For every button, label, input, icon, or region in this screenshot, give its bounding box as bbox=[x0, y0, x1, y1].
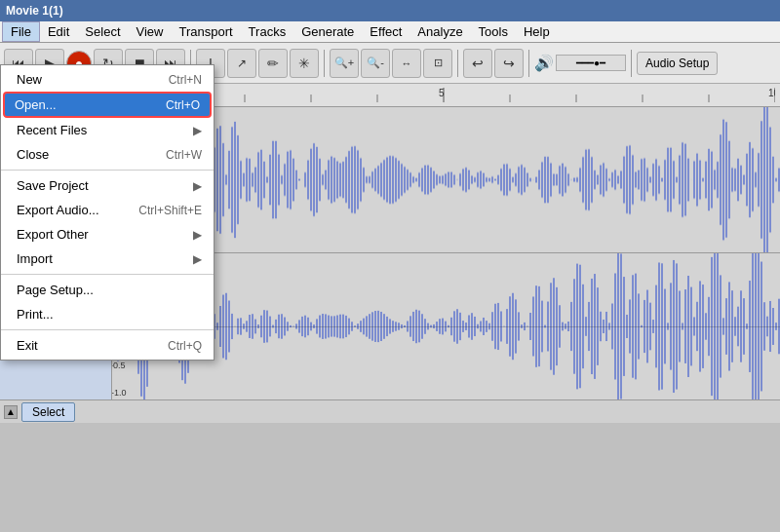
menu-exit-label: Exit bbox=[17, 338, 38, 353]
menu-new-shortcut: Ctrl+N bbox=[169, 73, 202, 87]
chevron-right-icon-4: ▶ bbox=[193, 252, 202, 266]
menu-import[interactable]: Import ▶ bbox=[1, 247, 214, 271]
menu-new-label: New bbox=[17, 72, 42, 87]
menu-open-shortcut: Ctrl+O bbox=[166, 98, 200, 112]
svg-text:5: 5 bbox=[439, 88, 445, 98]
menu-tools[interactable]: Tools bbox=[471, 21, 516, 42]
scale-minus-0.5: -0.5 bbox=[112, 361, 126, 370]
bottom-bar: ▲ Select bbox=[0, 399, 780, 423]
menu-edit[interactable]: Edit bbox=[40, 21, 77, 42]
zoom-reset-btn[interactable]: ⊡ bbox=[423, 49, 452, 78]
menu-page-setup-label: Page Setup... bbox=[17, 283, 94, 297]
menu-export-other[interactable]: Export Other ▶ bbox=[1, 222, 214, 247]
undo-controls: ↩ ↪ bbox=[463, 49, 524, 78]
menu-save-label: Save Project bbox=[17, 178, 89, 193]
menu-close-shortcut: Ctrl+W bbox=[166, 148, 202, 162]
center-line bbox=[141, 326, 780, 327]
select-button[interactable]: Select bbox=[21, 402, 75, 422]
draw-tool[interactable]: ✏ bbox=[258, 49, 288, 78]
file-dropdown: New Ctrl+N Open... Ctrl+O Recent Files ▶… bbox=[0, 64, 214, 361]
volume-group: 🔊 ━━━●━ bbox=[534, 54, 626, 72]
scale-minus-1.0: -1.0 bbox=[112, 388, 127, 398]
zoom-tool[interactable]: ✳ bbox=[290, 49, 319, 78]
file-menu: New Ctrl+N Open... Ctrl+O Recent Files ▶… bbox=[0, 64, 214, 361]
chevron-right-icon-2: ▶ bbox=[193, 179, 202, 193]
sep-5 bbox=[631, 50, 632, 77]
menu-exit[interactable]: Exit Ctrl+Q bbox=[1, 333, 214, 358]
zoom-fit-btn[interactable]: ↔ bbox=[392, 49, 421, 78]
zoom-in-btn[interactable]: 🔍+ bbox=[330, 49, 359, 78]
chevron-right-icon: ▶ bbox=[193, 124, 202, 137]
menu-effect[interactable]: Effect bbox=[362, 21, 410, 42]
sep-2 bbox=[324, 50, 325, 77]
menu-export-audio-label: Export Audio... bbox=[17, 203, 99, 217]
menu-tracks[interactable]: Tracks bbox=[241, 21, 294, 42]
redo-btn[interactable]: ↪ bbox=[494, 49, 524, 78]
audio-setup-btn[interactable]: Audio Setup bbox=[637, 52, 718, 75]
volume-slider[interactable]: ━━━●━ bbox=[556, 55, 626, 71]
scroll-left-btn[interactable]: ▲ bbox=[4, 405, 18, 419]
menu-bar: File Edit Select View Transport Tracks G… bbox=[0, 21, 780, 43]
menu-view[interactable]: View bbox=[129, 21, 172, 42]
menu-recent-label: Recent Files bbox=[17, 123, 87, 137]
menu-select[interactable]: Select bbox=[77, 21, 128, 42]
envelope-tool[interactable]: ↗ bbox=[227, 49, 256, 78]
menu-export-other-label: Export Other bbox=[17, 227, 89, 242]
menu-import-label: Import bbox=[17, 251, 53, 266]
menu-save[interactable]: Save Project ▶ bbox=[1, 173, 214, 198]
menu-generate[interactable]: Generate bbox=[293, 21, 362, 42]
menu-new[interactable]: New Ctrl+N bbox=[1, 67, 214, 92]
separator-2 bbox=[1, 274, 214, 275]
svg-text:10: 10 bbox=[768, 88, 775, 98]
menu-recent[interactable]: Recent Files ▶ bbox=[1, 118, 214, 142]
menu-export-shortcut: Ctrl+Shift+E bbox=[138, 204, 202, 217]
menu-export-audio[interactable]: Export Audio... Ctrl+Shift+E bbox=[1, 198, 214, 222]
menu-print-label: Print... bbox=[17, 307, 54, 322]
sep-4 bbox=[528, 50, 529, 77]
chevron-right-icon-3: ▶ bbox=[193, 228, 202, 242]
menu-open[interactable]: Open... Ctrl+O bbox=[3, 92, 212, 118]
menu-close[interactable]: Close Ctrl+W bbox=[1, 142, 214, 167]
menu-transport[interactable]: Transport bbox=[171, 21, 240, 42]
zoom-controls: 🔍+ 🔍- ↔ ⊡ bbox=[330, 49, 452, 78]
volume-icon: 🔊 bbox=[534, 54, 554, 72]
title-bar: Movie 1(1) bbox=[0, 0, 780, 21]
menu-file[interactable]: File bbox=[2, 21, 40, 42]
menu-open-label: Open... bbox=[15, 97, 57, 112]
menu-print[interactable]: Print... bbox=[1, 302, 214, 326]
menu-close-label: Close bbox=[17, 147, 49, 162]
undo-btn[interactable]: ↩ bbox=[463, 49, 492, 78]
sep-3 bbox=[457, 50, 458, 77]
menu-help[interactable]: Help bbox=[516, 21, 558, 42]
separator-1 bbox=[1, 170, 214, 171]
zoom-out-btn[interactable]: 🔍- bbox=[361, 49, 390, 78]
separator-3 bbox=[1, 329, 214, 330]
menu-exit-shortcut: Ctrl+Q bbox=[168, 339, 202, 353]
menu-analyze[interactable]: Analyze bbox=[410, 21, 470, 42]
menu-page-setup[interactable]: Page Setup... bbox=[1, 278, 214, 302]
title-text: Movie 1(1) bbox=[6, 4, 63, 18]
